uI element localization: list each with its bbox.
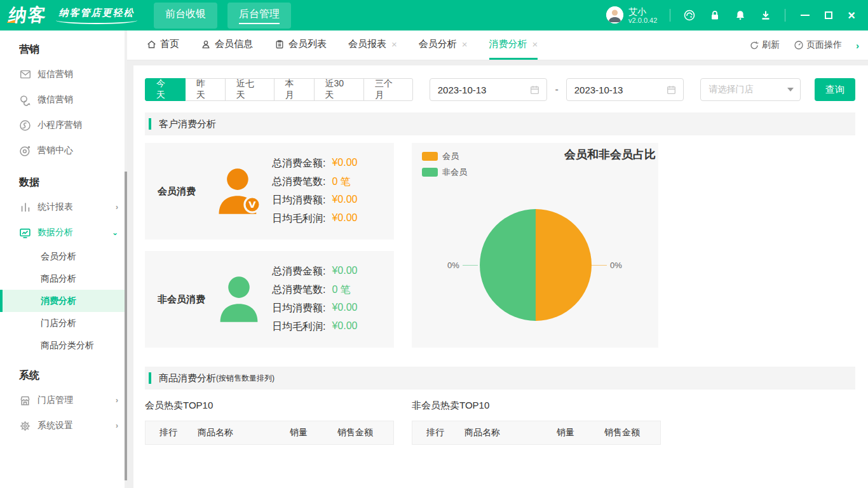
sidebar-item-marketing-center[interactable]: 营销中心 bbox=[0, 138, 127, 163]
backend-management-button[interactable]: 后台管理 bbox=[227, 3, 291, 29]
member-top10-block: 会员热卖TOP10 排行 商品名称 销量 销售金额 bbox=[145, 400, 394, 445]
sidebar-sub-consumption-analysis[interactable]: 消费分析 bbox=[0, 290, 127, 312]
sidebar-item-miniprogram-marketing[interactable]: 小程序营销 bbox=[0, 112, 127, 138]
filter-last7days-button[interactable]: 近七天 bbox=[225, 78, 275, 101]
home-icon bbox=[146, 39, 157, 50]
stat-row: 总消费笔数:0 笔 bbox=[272, 175, 358, 189]
sidebar-sub-store-analysis[interactable]: 门店分析 bbox=[0, 312, 127, 334]
sidebar-item-system-settings[interactable]: 系统设置 › bbox=[0, 413, 127, 438]
app-window: 纳客 纳客管店更轻松 前台收银 后台管理 艾小 v2.0.0.42 bbox=[0, 0, 868, 488]
tab-bar: 首页 会员信息 会员列表 会员报表 × 会员分析 × bbox=[127, 30, 868, 60]
filter-three-months-button[interactable]: 三个月 bbox=[363, 78, 413, 101]
target-icon bbox=[19, 145, 31, 157]
consumption-analysis-panel: 今天 昨天 近七天 本月 近30天 三个月 2023-10-13 - bbox=[133, 65, 868, 488]
chevron-right-icon: › bbox=[116, 203, 118, 212]
pie-label-nonmember: 0% bbox=[447, 261, 478, 270]
wechat-icon bbox=[19, 94, 31, 106]
tab-member-info[interactable]: 会员信息 bbox=[201, 30, 253, 60]
legend-chip-green bbox=[422, 168, 438, 177]
end-date-input[interactable]: 2023-10-13 bbox=[566, 78, 684, 101]
legend-chip-orange bbox=[422, 152, 438, 161]
avatar[interactable] bbox=[606, 6, 623, 24]
tab-member-list[interactable]: 会员列表 bbox=[275, 30, 327, 60]
tab-member-analysis[interactable]: 会员分析 × bbox=[419, 30, 468, 60]
calendar-icon bbox=[529, 85, 540, 95]
clipboard-icon bbox=[275, 39, 285, 50]
filter-today-button[interactable]: 今天 bbox=[145, 78, 186, 101]
section-accent-bar bbox=[149, 372, 151, 384]
sidebar-item-wechat-marketing[interactable]: 微信营销 bbox=[0, 87, 127, 112]
user-icon bbox=[201, 39, 212, 50]
filter-last30days-button[interactable]: 近30天 bbox=[314, 78, 364, 101]
sidebar-sub-product-analysis[interactable]: 商品分析 bbox=[0, 268, 127, 290]
tab-consumption-analysis[interactable]: 消费分析 × bbox=[489, 30, 538, 60]
close-icon[interactable]: × bbox=[532, 39, 538, 50]
sidebar-section-marketing: 营销 bbox=[0, 30, 127, 62]
window-maximize-button[interactable] bbox=[825, 11, 832, 19]
stat-row: 日均毛利润:¥0.00 bbox=[272, 320, 358, 334]
tab-member-report[interactable]: 会员报表 × bbox=[348, 30, 397, 60]
legend-item-nonmember[interactable]: 非会员 bbox=[422, 166, 467, 178]
sidebar-item-store-management[interactable]: 门店管理 › bbox=[0, 388, 127, 413]
section-product-consumption: 商品消费分析 (按销售数量排列) bbox=[145, 367, 855, 390]
front-cashier-button[interactable]: 前台收银 bbox=[154, 3, 217, 29]
download-icon[interactable] bbox=[759, 9, 772, 22]
filter-yesterday-button[interactable]: 昨天 bbox=[185, 78, 226, 101]
stat-value: 0 笔 bbox=[332, 175, 350, 189]
sidebar-section-data: 数据 bbox=[0, 163, 127, 194]
stat-value: ¥0.00 bbox=[332, 157, 357, 170]
chevron-right-icon: › bbox=[116, 421, 118, 430]
nonmember-top10-table-header: 排行 商品名称 销量 销售金额 bbox=[412, 421, 661, 445]
window-minimize-button[interactable] bbox=[801, 15, 810, 16]
brand-logo: 纳客 bbox=[9, 6, 47, 24]
member-person-icon: V bbox=[211, 165, 267, 218]
user-profile[interactable]: 艾小 v2.0.0.42 bbox=[606, 6, 657, 25]
chevron-right-icon[interactable]: › bbox=[856, 40, 859, 51]
filter-this-month-button[interactable]: 本月 bbox=[274, 78, 315, 101]
filter-bar: 今天 昨天 近七天 本月 近30天 三个月 2023-10-13 - bbox=[145, 78, 855, 101]
lock-icon[interactable] bbox=[709, 9, 721, 22]
analytics-icon bbox=[19, 227, 31, 239]
refresh-icon bbox=[749, 40, 759, 50]
member-consumption-card: 会员消费 V 总消费金额:¥0.00 总消费笔数:0 笔 日均消费额:¥0.00… bbox=[145, 143, 394, 240]
query-button[interactable]: 查询 bbox=[815, 78, 855, 101]
gear-icon bbox=[19, 420, 31, 432]
chart-title: 会员和非会员占比 bbox=[564, 147, 656, 162]
close-icon[interactable]: × bbox=[391, 39, 397, 50]
chart-legend: 会员 非会员 bbox=[422, 151, 467, 178]
content-area: 今天 昨天 近七天 本月 近30天 三个月 2023-10-13 - bbox=[127, 60, 868, 488]
stat-value: ¥0.00 bbox=[332, 265, 357, 278]
brand-slogan: 纳客管店更轻松 bbox=[56, 7, 137, 24]
sidebar: 营销 短信营销 微信营销 小程序营销 营销中心 数据 统计报表 › bbox=[0, 30, 127, 488]
bell-icon[interactable] bbox=[734, 9, 747, 22]
refresh-button[interactable]: 刷新 bbox=[749, 39, 780, 51]
sidebar-sub-member-analysis[interactable]: 会员分析 bbox=[0, 245, 127, 268]
nonmember-person-icon bbox=[211, 273, 267, 326]
stat-value: ¥0.00 bbox=[332, 320, 357, 334]
close-icon[interactable]: × bbox=[462, 39, 468, 50]
page-actions-button[interactable]: 页面操作 bbox=[794, 39, 842, 51]
page-actions-icon bbox=[794, 40, 804, 50]
sidebar-sub-category-analysis[interactable]: 商品分类分析 bbox=[0, 334, 127, 356]
sidebar-item-stat-report[interactable]: 统计报表 › bbox=[0, 194, 127, 220]
legend-item-member[interactable]: 会员 bbox=[422, 151, 467, 162]
leader-line bbox=[463, 265, 478, 266]
window-close-button[interactable]: × bbox=[848, 9, 855, 22]
support-icon[interactable] bbox=[683, 9, 696, 22]
section-accent-bar bbox=[149, 118, 151, 130]
mail-icon bbox=[19, 69, 31, 81]
start-date-input[interactable]: 2023-10-13 bbox=[430, 78, 548, 101]
stat-value: ¥0.00 bbox=[332, 194, 357, 207]
bar-chart-icon bbox=[19, 201, 31, 214]
nonmember-consumption-card: 非会员消费 总消费金额:¥0.00 总消费笔数:0 笔 日均消费额:¥0.00 … bbox=[145, 251, 394, 348]
stat-value: ¥0.00 bbox=[332, 302, 357, 315]
sidebar-item-sms-marketing[interactable]: 短信营销 bbox=[0, 62, 127, 87]
sidebar-scrollbar-thumb[interactable] bbox=[125, 172, 127, 480]
tab-home[interactable]: 首页 bbox=[146, 30, 179, 60]
sidebar-item-data-analysis[interactable]: 数据分析 ⌄ bbox=[0, 220, 127, 245]
store-select[interactable]: 请选择门店 bbox=[700, 78, 801, 101]
date-range-separator: - bbox=[555, 84, 558, 95]
app-version: v2.0.0.42 bbox=[628, 17, 657, 25]
header-divider bbox=[670, 9, 670, 22]
user-name: 艾小 bbox=[628, 6, 657, 17]
